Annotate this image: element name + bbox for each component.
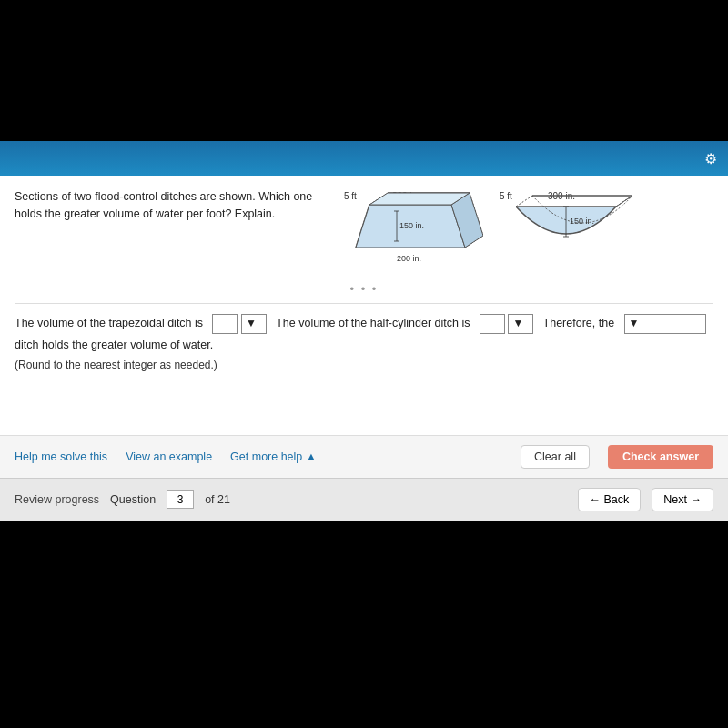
blue-header: ⚙	[0, 141, 728, 176]
svg-text:5 ft: 5 ft	[344, 191, 357, 201]
help-me-solve-link[interactable]: Help me solve this	[15, 450, 107, 463]
svg-text:5 ft: 5 ft	[500, 191, 512, 201]
progress-bar: Review progress Question of 21 ← Back Ne…	[0, 478, 728, 521]
answer-part1: The volume of the trapezoidal ditch is	[15, 317, 203, 329]
of-label: of 21	[205, 493, 230, 506]
get-more-help-link[interactable]: Get more help ▲	[230, 450, 317, 463]
back-button[interactable]: ← Back	[578, 488, 642, 511]
main-container: ⚙ Sections of two flood-control ditches …	[0, 141, 728, 521]
note-text: (Round to the nearest integer as needed.…	[15, 359, 713, 371]
question-row: Sections of two flood-control ditches ar…	[15, 188, 713, 275]
svg-text:150 in.: 150 in.	[399, 221, 424, 230]
next-button[interactable]: Next →	[652, 488, 713, 511]
therefore-dropdown-arrow: ▼	[629, 313, 640, 334]
gear-icon[interactable]: ⚙	[704, 150, 717, 167]
divider-line	[15, 303, 713, 304]
trap-dropdown-btn[interactable]: ▼	[241, 314, 267, 334]
top-black-bar	[0, 0, 728, 141]
svg-marker-13	[369, 193, 470, 205]
trap-dropdown-arrow: ▼	[246, 313, 257, 334]
question-label: Question	[110, 493, 156, 506]
answer-part4: ditch holds the greater volume of water.	[15, 339, 213, 351]
divider-dots: • • •	[15, 282, 713, 296]
cyl-value-input[interactable]	[480, 314, 505, 334]
check-answer-button[interactable]: Check answer	[608, 445, 713, 469]
answer-part2: The volume of the half-cylinder ditch is	[276, 317, 470, 329]
halfcylinder-diagram: 5 ft 300 in.	[498, 188, 639, 275]
cyl-dropdown-arrow: ▼	[512, 313, 523, 334]
trap-value-input[interactable]	[212, 314, 238, 334]
trapezoid-diagram: 5 ft 300 in.	[342, 188, 483, 275]
help-bar: Help me solve this View an example Get m…	[0, 435, 728, 478]
svg-text:150 in.: 150 in.	[570, 217, 594, 226]
answer-part3: Therefore, the	[543, 317, 615, 329]
bottom-black-bar	[0, 521, 728, 575]
view-example-link[interactable]: View an example	[126, 450, 212, 463]
clear-all-button[interactable]: Clear all	[521, 445, 590, 469]
content-area: Sections of two flood-control ditches ar…	[0, 176, 728, 380]
question-number-input[interactable]	[167, 490, 194, 509]
answer-row: The volume of the trapezoidal ditch is ▼…	[15, 313, 713, 357]
question-text: Sections of two flood-control ditches ar…	[15, 188, 324, 223]
svg-line-26	[616, 196, 632, 207]
svg-text:200 in.: 200 in.	[397, 254, 421, 263]
diagrams-row: 5 ft 300 in.	[342, 188, 639, 275]
therefore-dropdown-btn[interactable]: ▼	[624, 314, 706, 334]
cyl-dropdown-btn[interactable]: ▼	[508, 314, 533, 334]
svg-line-22	[516, 196, 532, 207]
review-progress-text: Review progress	[15, 493, 99, 506]
